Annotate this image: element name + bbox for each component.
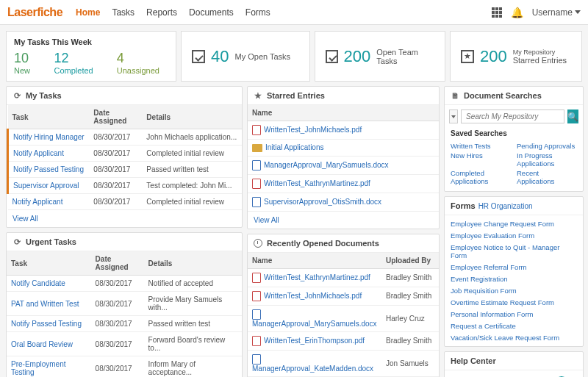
task-link[interactable]: Notify Passed Testing: [13, 165, 84, 173]
link[interactable]: In Progress Applications: [517, 151, 577, 168]
nav-forms[interactable]: Forms: [245, 7, 270, 18]
forms-panel: FormsHR Organization Employee Change Req…: [444, 196, 584, 347]
link[interactable]: New Hires: [451, 151, 511, 168]
top-bar: Laserfiche Home Tasks Reports Documents …: [0, 0, 588, 25]
table-row: Initial Applications: [248, 140, 439, 157]
stat-open-team-tasks[interactable]: 200 Open Team Tasks: [315, 31, 445, 82]
table-row: SupervisorApproval_OtisSmith.docx: [248, 193, 439, 211]
file-link[interactable]: ManagerApproval_KateMadden.docx: [252, 365, 373, 373]
nav-tasks[interactable]: Tasks: [112, 7, 135, 18]
my-tasks-panel: ⟳My Tasks Task Date Assigned Details Not…: [6, 86, 243, 228]
task-link[interactable]: Notify Applicant: [13, 149, 64, 157]
link[interactable]: Completed Applications: [451, 169, 511, 185]
nav-home[interactable]: Home: [76, 7, 100, 18]
chevron-down-icon: [451, 115, 456, 118]
search-input[interactable]: [461, 109, 564, 123]
table-row: PAT and Written Test 08/30/2017 Provide …: [7, 292, 242, 316]
user-menu[interactable]: Username: [532, 7, 581, 18]
file-type-icon: [252, 291, 261, 301]
link[interactable]: Written Tests: [451, 142, 511, 150]
refresh-icon[interactable]: ⟳: [12, 91, 21, 100]
file-link[interactable]: ManagerApproval_MarySamuels.docx: [252, 320, 377, 328]
task-link[interactable]: Oral Board Review: [11, 340, 73, 348]
link[interactable]: Employee Referral Form: [451, 263, 577, 271]
file-type-icon: [252, 144, 262, 152]
file-type-icon: [252, 125, 261, 135]
recent-table: NameUploaded By WrittenTest_KathrynMarti…: [248, 253, 439, 377]
star-box-icon: ★: [461, 50, 474, 63]
table-row: ManagerApproval_MarySamuels.docx Harley …: [248, 305, 439, 331]
search-button[interactable]: 🔍: [567, 109, 578, 123]
check-box-icon: [326, 50, 338, 63]
table-row: WrittenTest_JohnMichaels.pdf Bradley Smi…: [248, 287, 439, 305]
file-type-icon: [252, 336, 261, 346]
document-icon: 🗎: [451, 91, 459, 100]
view-all-link[interactable]: View All: [7, 210, 242, 227]
task-link[interactable]: Pre-Employment Testing: [11, 360, 65, 376]
help-items: 🎓Tutorials 💬Answers ?Help: [445, 370, 583, 377]
table-row: Oral Board Review 08/30/2017 Forward Boa…: [7, 332, 242, 356]
link[interactable]: Recent Applications: [517, 169, 577, 185]
document-searches-panel: 🗎Document Searches 🔍 Saved Searches Writ…: [444, 86, 584, 192]
starred-entries-panel: ★Starred Entries Name WrittenTest_JohnMi…: [247, 86, 440, 229]
starred-table: Name WrittenTest_JohnMichaels.pdfInitial…: [248, 105, 439, 212]
forms-org-link[interactable]: HR Organization: [478, 202, 533, 210]
link[interactable]: Job Requisition Form: [451, 287, 577, 295]
file-link[interactable]: WrittenTest_KathrynMartinez.pdf: [264, 179, 370, 187]
link[interactable]: Vacation/Sick Leave Request Form: [451, 334, 577, 342]
panel-title: Starred Entries: [267, 91, 325, 100]
view-all-link[interactable]: View All: [248, 212, 439, 229]
panel-title: Help Center: [451, 356, 496, 365]
saved-searches-heading: Saved Searches: [445, 128, 583, 139]
stat-starred-entries[interactable]: ★ 200 My RepositoryStarred Entries: [450, 31, 582, 82]
table-row: Pre-Employment Testing 08/30/2017 Inform…: [7, 356, 242, 378]
link[interactable]: Employee Change Request Form: [451, 220, 577, 228]
task-link[interactable]: PAT and Written Test: [11, 300, 79, 308]
task-link[interactable]: Notify Applicant: [12, 198, 63, 206]
link[interactable]: Personal Information Form: [451, 310, 577, 318]
link[interactable]: Pending Approvals: [517, 142, 577, 150]
stat-my-open-tasks[interactable]: 40 My Open Tasks: [181, 31, 310, 82]
link[interactable]: Overtime Estimate Request Form: [451, 298, 577, 306]
task-link[interactable]: Notify Hiring Manager: [13, 133, 85, 141]
nav-reports[interactable]: Reports: [146, 7, 177, 18]
apps-icon[interactable]: [492, 7, 502, 18]
file-link[interactable]: Initial Applications: [265, 143, 324, 151]
file-type-icon: [252, 160, 261, 170]
file-link[interactable]: WrittenTest_JohnMichaels.pdf: [264, 126, 362, 134]
table-row: Notify Applicant 08/30/2017 Completed in…: [8, 194, 243, 210]
table-row: WrittenTest_JohnMichaels.pdf: [248, 121, 439, 140]
notifications-icon[interactable]: 🔔: [511, 7, 523, 18]
file-link[interactable]: WrittenTest_JohnMichaels.pdf: [264, 292, 362, 300]
table-row: ManagerApproval_KateMadden.docx Jon Samu…: [248, 350, 439, 376]
table-row: Supervisor Approval 08/30/2017 Test comp…: [8, 178, 243, 194]
panel-title: Urgent Tasks: [26, 237, 76, 246]
link[interactable]: Employee Evaluation Form: [451, 231, 577, 240]
logo: Laserfiche: [7, 6, 62, 19]
task-link[interactable]: Supervisor Approval: [13, 182, 79, 190]
refresh-icon[interactable]: ⟳: [12, 237, 21, 246]
stat-tasks-this-week: My Tasks This Week 10 New 12 Completed 4…: [6, 31, 176, 82]
file-link[interactable]: ManagerApproval_MarySamuels.docx: [264, 161, 389, 169]
link[interactable]: Employee Notice to Quit - Manager Form: [451, 243, 577, 259]
search-scope-dropdown[interactable]: [449, 109, 458, 123]
task-link[interactable]: Notify Candidate: [11, 279, 65, 287]
task-link[interactable]: Notify Passed Testing: [11, 320, 82, 328]
link[interactable]: Event Registration: [451, 275, 577, 283]
panel-title: Forms: [451, 201, 476, 210]
file-link[interactable]: WrittenTest_KathrynMartinez.pdf: [264, 273, 370, 281]
link[interactable]: Request a Certificate: [451, 322, 577, 330]
file-type-icon: [252, 309, 261, 320]
table-row: WrittenTest_ErinThompson.pdf Bradley Smi…: [248, 331, 439, 350]
search-icon: 🔍: [567, 112, 578, 122]
file-link[interactable]: WrittenTest_ErinThompson.pdf: [264, 337, 365, 345]
nav-documents[interactable]: Documents: [189, 7, 234, 18]
file-type-icon: [252, 197, 261, 207]
file-type-icon: [252, 354, 261, 365]
my-tasks-table: Task Date Assigned Details Notify Hiring…: [7, 105, 242, 210]
recently-opened-panel: Recently Opened Documents NameUploaded B…: [247, 234, 440, 377]
urgent-tasks-table: Task Date Assigned Details Notify Candid…: [7, 251, 242, 377]
file-link[interactable]: SupervisorApproval_OtisSmith.docx: [264, 198, 381, 206]
table-row: Notify Applicant 08/30/2017 Completed in…: [8, 146, 243, 162]
table-row: Notify Passed Testing 08/30/2017 Passed …: [7, 316, 242, 332]
